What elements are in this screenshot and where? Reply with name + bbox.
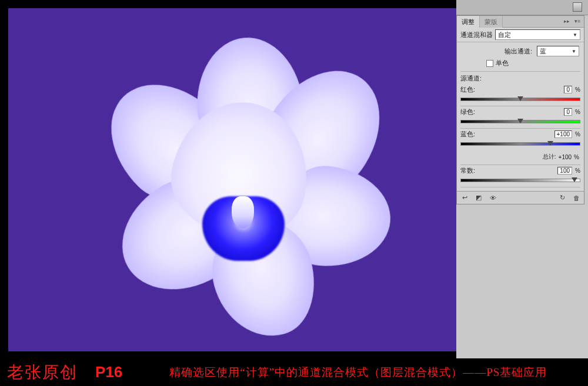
total-value: +100 <box>559 154 572 160</box>
preset-value: 自定 <box>498 31 511 39</box>
percent-label: % <box>574 154 579 160</box>
percent-label: % <box>574 131 580 137</box>
constant-slider-thumb[interactable] <box>572 177 577 182</box>
caption-author: 老张原创 <box>7 361 78 384</box>
output-channel-value: 蓝 <box>540 47 546 56</box>
monochrome-checkbox[interactable] <box>486 60 493 67</box>
clip-icon[interactable]: ◩ <box>475 194 483 202</box>
red-slider-block: 红色: 0 % <box>457 84 584 102</box>
percent-label: % <box>574 86 580 93</box>
collapse-icon[interactable] <box>573 2 582 12</box>
blue-slider[interactable] <box>460 141 580 147</box>
caption-page: P16 <box>95 363 122 381</box>
back-arrow-icon[interactable]: ↩ <box>460 194 469 202</box>
red-slider-thumb[interactable] <box>517 96 523 101</box>
red-label: 红色: <box>460 85 475 94</box>
panel-title: 通道混和器 <box>460 31 493 39</box>
monochrome-label: 单色 <box>496 59 509 68</box>
green-value-input[interactable]: 0 <box>564 108 572 116</box>
green-slider-thumb[interactable] <box>517 119 523 123</box>
chevron-down-icon: ▼ <box>573 32 577 38</box>
visibility-icon[interactable]: 👁 <box>489 194 497 202</box>
green-slider[interactable] <box>460 119 580 125</box>
constant-slider[interactable] <box>460 177 580 183</box>
percent-label: % <box>574 167 580 174</box>
caption-description: 精确选区使用“计算”中的通道混合模式（图层混合模式）——PS基础应用 <box>169 365 547 380</box>
rail-top-bar <box>456 0 588 15</box>
panel-menu-icon[interactable]: ▾≡ <box>573 17 582 25</box>
reset-icon[interactable]: ↻ <box>558 194 566 202</box>
adjustments-panel: 调整 蒙版 ▸▸ ▾≡ 通道混和器 自定 ▼ 输出通道: 蓝 ▼ 单色 <box>456 15 584 204</box>
preset-select[interactable]: 自定 ▼ <box>495 29 580 40</box>
trash-icon[interactable]: 🗑 <box>572 194 580 202</box>
blue-slider-thumb[interactable] <box>547 141 553 146</box>
preset-row: 通道混和器 自定 ▼ <box>457 28 584 42</box>
blue-label: 蓝色: <box>460 130 475 139</box>
tab-masks[interactable]: 蒙版 <box>480 16 503 28</box>
green-slider-block: 绿色: 0 % <box>457 106 584 125</box>
caption-bar: 老张原创 P16 精确选区使用“计算”中的通道混合模式（图层混合模式）——PS基… <box>0 358 588 386</box>
percent-label: % <box>574 109 580 115</box>
tab-adjustments[interactable]: 调整 <box>457 16 480 28</box>
output-channel-row: 输出通道: 蓝 ▼ <box>457 42 584 58</box>
blue-value-input[interactable]: +100 <box>554 130 573 138</box>
constant-value-input[interactable]: 100 <box>557 167 572 174</box>
output-channel-label: 输出通道: <box>505 47 532 56</box>
panel-collapse-icon[interactable]: ▸▸ <box>563 17 571 25</box>
red-value-input[interactable]: 0 <box>564 86 572 93</box>
constant-slider-block: 常数: 100 % <box>457 165 584 183</box>
output-channel-select[interactable]: 蓝 ▼ <box>537 46 579 56</box>
total-label: 总计: <box>543 153 556 161</box>
blue-slider-block: 蓝色: +100 % <box>457 129 584 147</box>
panel-footer: ↩ ◩ 👁 ↻ 🗑 <box>457 191 584 204</box>
chevron-down-icon: ▼ <box>572 49 576 54</box>
constant-label: 常数: <box>460 166 475 175</box>
source-channel-label: 源通道: <box>457 72 584 84</box>
total-row: 总计: +100 % <box>457 150 584 165</box>
panel-tab-strip: 调整 蒙版 ▸▸ ▾≡ <box>457 16 584 28</box>
red-slider[interactable] <box>460 96 580 102</box>
flower-image <box>79 32 385 337</box>
green-label: 绿色: <box>460 108 475 116</box>
app-frame: 调整 蒙版 ▸▸ ▾≡ 通道混和器 自定 ▼ 输出通道: 蓝 ▼ 单色 <box>0 0 588 358</box>
monochrome-row: 单色 <box>457 58 584 71</box>
canvas[interactable] <box>8 8 456 351</box>
